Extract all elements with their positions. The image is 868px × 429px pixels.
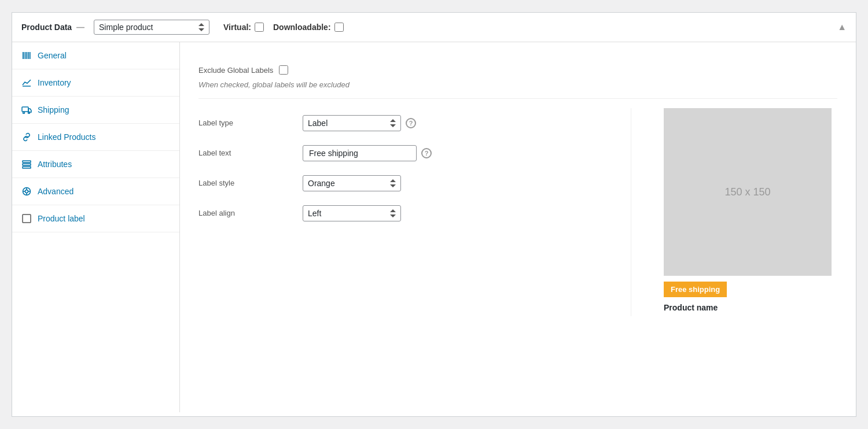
product-label-icon: [21, 213, 32, 224]
fields-column: Label type Label Badge Circle Ribbon ?: [198, 108, 617, 228]
sidebar-label-advanced: Advanced: [38, 187, 73, 196]
label-text-label: Label text: [198, 145, 303, 157]
label-type-select[interactable]: Label Badge Circle Ribbon: [303, 115, 401, 131]
label-type-control: Label Badge Circle Ribbon ?: [303, 115, 416, 131]
collapse-button[interactable]: ▲: [837, 22, 847, 32]
sidebar-item-general[interactable]: General: [12, 42, 179, 69]
sidebar: General Inventory: [12, 42, 180, 412]
sidebar-label-inventory: Inventory: [38, 78, 71, 87]
svg-rect-10: [23, 164, 31, 165]
exclude-label: Exclude Global Labels: [198, 66, 273, 75]
downloadable-option: Downloadable:: [273, 23, 344, 32]
label-style-label: Label style: [198, 175, 303, 187]
fields-and-preview: Label type Label Badge Circle Ribbon ?: [198, 108, 837, 316]
barcode-icon: [21, 50, 32, 61]
svg-point-7: [23, 112, 25, 114]
label-align-control: Left Center Right: [303, 205, 401, 221]
exclude-label-row: Exclude Global Labels: [198, 65, 837, 75]
label-align-row: Label align Left Center Right: [198, 198, 617, 228]
image-placeholder: 150 x 150: [664, 108, 832, 276]
panel-body: General Inventory: [12, 42, 856, 412]
product-name-preview: Product name: [664, 303, 718, 312]
svg-rect-3: [27, 52, 28, 59]
svg-point-8: [28, 112, 30, 114]
content-area: Exclude Global Labels When checked, glob…: [180, 42, 856, 412]
label-style-control: Orange Red Green Blue Black: [303, 175, 401, 191]
svg-rect-9: [23, 161, 31, 162]
label-text-control: ?: [303, 145, 432, 161]
sidebar-label-linked-products: Linked Products: [38, 132, 95, 142]
svg-rect-0: [23, 52, 24, 59]
attributes-icon: [21, 159, 32, 169]
svg-rect-4: [28, 52, 30, 59]
product-data-panel: Product Data — Simple product Variable p…: [12, 12, 856, 417]
sidebar-item-shipping[interactable]: Shipping: [12, 97, 179, 124]
virtual-checkbox[interactable]: [255, 23, 264, 32]
exclude-global-labels-section: Exclude Global Labels When checked, glob…: [198, 56, 837, 99]
svg-rect-1: [24, 52, 25, 59]
sidebar-item-advanced[interactable]: Advanced: [12, 178, 179, 205]
sidebar-label-product-label: Product label: [38, 214, 85, 223]
virtual-option: Virtual:: [223, 23, 264, 32]
sidebar-label-general: General: [38, 51, 67, 60]
header-options: Virtual: Downloadable:: [223, 23, 344, 32]
svg-rect-2: [25, 52, 27, 59]
panel-title: Product Data —: [21, 23, 87, 32]
preview-section: 150 x 150 Free shipping Product name: [664, 108, 837, 312]
sidebar-label-shipping: Shipping: [38, 105, 69, 114]
inventory-icon: [21, 77, 32, 88]
product-type-select[interactable]: Simple product Variable product Grouped …: [94, 20, 209, 35]
svg-rect-11: [23, 167, 31, 168]
exclude-global-labels-checkbox[interactable]: [279, 65, 288, 75]
sidebar-item-attributes[interactable]: Attributes: [12, 151, 179, 178]
label-text-row: Label text ?: [198, 138, 617, 168]
preview-container: 150 x 150 Free shipping Product name: [664, 108, 837, 312]
label-text-input[interactable]: [303, 145, 417, 161]
svg-point-13: [25, 190, 28, 193]
linked-icon: [21, 132, 32, 142]
panel-header: Product Data — Simple product Variable p…: [12, 13, 856, 42]
label-style-select[interactable]: Orange Red Green Blue Black: [303, 175, 401, 191]
label-align-select[interactable]: Left Center Right: [303, 205, 401, 221]
advanced-icon: [21, 186, 32, 197]
sidebar-item-inventory[interactable]: Inventory: [12, 69, 179, 97]
label-align-label: Label align: [198, 205, 303, 217]
sidebar-label-attributes: Attributes: [38, 160, 72, 169]
shipping-icon: [21, 105, 32, 115]
svg-rect-6: [22, 107, 28, 112]
label-text-help-icon[interactable]: ?: [421, 148, 432, 158]
svg-rect-18: [23, 214, 31, 223]
exclude-description: When checked, global labels will be excl…: [198, 80, 837, 89]
sidebar-item-linked-products[interactable]: Linked Products: [12, 124, 179, 151]
label-type-label: Label type: [198, 115, 303, 127]
label-style-row: Label style Orange Red Green Blue Black: [198, 168, 617, 198]
svg-rect-5: [30, 52, 31, 59]
sidebar-item-product-label[interactable]: Product label: [12, 205, 179, 232]
label-type-row: Label type Label Badge Circle Ribbon ?: [198, 108, 617, 138]
label-badge: Free shipping: [664, 282, 727, 297]
preview-divider: [631, 108, 631, 316]
downloadable-checkbox[interactable]: [334, 23, 344, 32]
label-type-help-icon[interactable]: ?: [406, 118, 416, 128]
